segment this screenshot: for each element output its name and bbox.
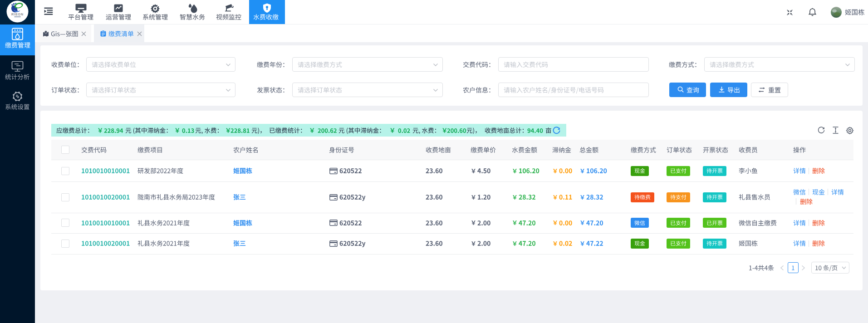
svg-text:RIEON: RIEON — [11, 13, 24, 16]
